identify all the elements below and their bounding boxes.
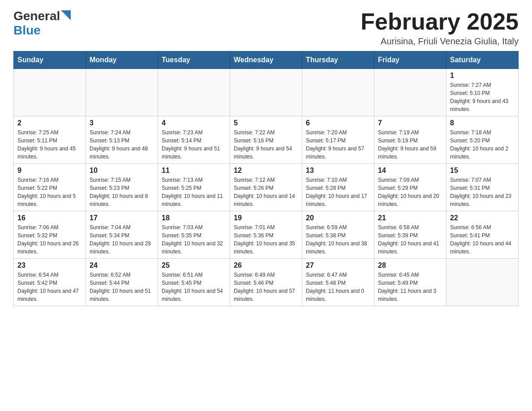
calendar-cell: 14Sunrise: 7:09 AM Sunset: 5:29 PM Dayli… bbox=[374, 164, 446, 211]
day-number: 25 bbox=[162, 261, 226, 270]
calendar-cell bbox=[230, 69, 302, 116]
calendar-cell: 2Sunrise: 7:25 AM Sunset: 5:11 PM Daylig… bbox=[14, 116, 86, 164]
logo-blue-text: Blue bbox=[13, 23, 41, 37]
day-info: Sunrise: 6:49 AM Sunset: 5:46 PM Dayligh… bbox=[234, 271, 298, 303]
day-info: Sunrise: 6:54 AM Sunset: 5:42 PM Dayligh… bbox=[17, 271, 82, 303]
logo: General Blue bbox=[13, 9, 71, 38]
header-monday: Monday bbox=[86, 51, 158, 69]
calendar-cell: 27Sunrise: 6:47 AM Sunset: 5:48 PM Dayli… bbox=[302, 259, 374, 306]
calendar-week-row: 1Sunrise: 7:27 AM Sunset: 5:10 PM Daylig… bbox=[14, 69, 519, 116]
calendar-cell: 4Sunrise: 7:23 AM Sunset: 5:14 PM Daylig… bbox=[158, 116, 230, 164]
day-number: 23 bbox=[17, 261, 82, 270]
calendar-cell: 20Sunrise: 6:59 AM Sunset: 5:38 PM Dayli… bbox=[302, 211, 374, 259]
logo-general-text: General bbox=[13, 9, 60, 23]
day-number: 19 bbox=[234, 214, 298, 222]
day-number: 7 bbox=[378, 119, 442, 127]
day-info: Sunrise: 7:18 AM Sunset: 5:20 PM Dayligh… bbox=[450, 128, 515, 161]
calendar-cell: 1Sunrise: 7:27 AM Sunset: 5:10 PM Daylig… bbox=[446, 69, 519, 116]
calendar-cell: 28Sunrise: 6:45 AM Sunset: 5:49 PM Dayli… bbox=[374, 259, 446, 306]
day-number: 5 bbox=[234, 119, 298, 127]
day-number: 9 bbox=[17, 167, 82, 175]
calendar-cell bbox=[158, 69, 230, 116]
day-info: Sunrise: 7:03 AM Sunset: 5:35 PM Dayligh… bbox=[162, 223, 226, 256]
calendar-cell: 25Sunrise: 6:51 AM Sunset: 5:45 PM Dayli… bbox=[158, 259, 230, 306]
calendar-cell: 19Sunrise: 7:01 AM Sunset: 5:36 PM Dayli… bbox=[230, 211, 302, 259]
day-number: 27 bbox=[306, 261, 370, 270]
day-number: 6 bbox=[306, 119, 370, 127]
calendar-cell: 8Sunrise: 7:18 AM Sunset: 5:20 PM Daylig… bbox=[446, 116, 519, 164]
calendar-cell: 21Sunrise: 6:58 AM Sunset: 5:39 PM Dayli… bbox=[374, 211, 446, 259]
calendar-header-row: Sunday Monday Tuesday Wednesday Thursday… bbox=[14, 51, 519, 69]
day-info: Sunrise: 7:23 AM Sunset: 5:14 PM Dayligh… bbox=[162, 128, 226, 161]
calendar-cell: 3Sunrise: 7:24 AM Sunset: 5:13 PM Daylig… bbox=[86, 116, 158, 164]
day-info: Sunrise: 7:22 AM Sunset: 5:16 PM Dayligh… bbox=[234, 128, 298, 161]
header-friday: Friday bbox=[374, 51, 446, 69]
calendar-week-row: 16Sunrise: 7:06 AM Sunset: 5:32 PM Dayli… bbox=[14, 211, 519, 259]
calendar-cell: 18Sunrise: 7:03 AM Sunset: 5:35 PM Dayli… bbox=[158, 211, 230, 259]
calendar-cell: 23Sunrise: 6:54 AM Sunset: 5:42 PM Dayli… bbox=[14, 259, 86, 306]
day-info: Sunrise: 7:25 AM Sunset: 5:11 PM Dayligh… bbox=[17, 128, 82, 161]
calendar-cell: 26Sunrise: 6:49 AM Sunset: 5:46 PM Dayli… bbox=[230, 259, 302, 306]
day-info: Sunrise: 7:19 AM Sunset: 5:19 PM Dayligh… bbox=[378, 128, 442, 161]
calendar-week-row: 9Sunrise: 7:16 AM Sunset: 5:22 PM Daylig… bbox=[14, 164, 519, 211]
calendar-cell: 9Sunrise: 7:16 AM Sunset: 5:22 PM Daylig… bbox=[14, 164, 86, 211]
day-info: Sunrise: 7:24 AM Sunset: 5:13 PM Dayligh… bbox=[90, 128, 154, 161]
day-info: Sunrise: 7:04 AM Sunset: 5:34 PM Dayligh… bbox=[90, 223, 154, 256]
day-number: 15 bbox=[450, 167, 515, 175]
header-saturday: Saturday bbox=[446, 51, 519, 69]
day-info: Sunrise: 7:09 AM Sunset: 5:29 PM Dayligh… bbox=[378, 176, 442, 208]
calendar-cell bbox=[86, 69, 158, 116]
day-number: 21 bbox=[378, 214, 442, 222]
day-info: Sunrise: 6:58 AM Sunset: 5:39 PM Dayligh… bbox=[378, 223, 442, 256]
day-number: 13 bbox=[306, 167, 370, 175]
day-number: 17 bbox=[90, 214, 154, 222]
day-info: Sunrise: 7:06 AM Sunset: 5:32 PM Dayligh… bbox=[17, 223, 82, 256]
page-header: General Blue February 2025 Aurisina, Fri… bbox=[13, 9, 519, 47]
calendar-cell: 11Sunrise: 7:13 AM Sunset: 5:25 PM Dayli… bbox=[158, 164, 230, 211]
calendar-cell: 12Sunrise: 7:12 AM Sunset: 5:26 PM Dayli… bbox=[230, 164, 302, 211]
calendar-cell: 16Sunrise: 7:06 AM Sunset: 5:32 PM Dayli… bbox=[14, 211, 86, 259]
calendar-cell: 5Sunrise: 7:22 AM Sunset: 5:16 PM Daylig… bbox=[230, 116, 302, 164]
header-tuesday: Tuesday bbox=[158, 51, 230, 69]
header-wednesday: Wednesday bbox=[230, 51, 302, 69]
calendar-cell: 17Sunrise: 7:04 AM Sunset: 5:34 PM Dayli… bbox=[86, 211, 158, 259]
day-number: 24 bbox=[90, 261, 154, 270]
day-number: 22 bbox=[450, 214, 515, 222]
day-number: 11 bbox=[162, 167, 226, 175]
page-title: February 2025 bbox=[360, 9, 519, 34]
calendar-cell: 24Sunrise: 6:52 AM Sunset: 5:44 PM Dayli… bbox=[86, 259, 158, 306]
calendar-week-row: 2Sunrise: 7:25 AM Sunset: 5:11 PM Daylig… bbox=[14, 116, 519, 164]
day-number: 20 bbox=[306, 214, 370, 222]
day-number: 16 bbox=[17, 214, 82, 222]
day-info: Sunrise: 7:12 AM Sunset: 5:26 PM Dayligh… bbox=[234, 176, 298, 208]
day-info: Sunrise: 6:51 AM Sunset: 5:45 PM Dayligh… bbox=[162, 271, 226, 303]
calendar-cell: 7Sunrise: 7:19 AM Sunset: 5:19 PM Daylig… bbox=[374, 116, 446, 164]
day-info: Sunrise: 6:47 AM Sunset: 5:48 PM Dayligh… bbox=[306, 271, 370, 303]
svg-marker-0 bbox=[61, 10, 71, 20]
day-number: 26 bbox=[234, 261, 298, 270]
calendar-table: Sunday Monday Tuesday Wednesday Thursday… bbox=[13, 51, 519, 306]
day-info: Sunrise: 7:01 AM Sunset: 5:36 PM Dayligh… bbox=[234, 223, 298, 256]
day-info: Sunrise: 6:59 AM Sunset: 5:38 PM Dayligh… bbox=[306, 223, 370, 256]
logo-triangle-icon bbox=[61, 10, 71, 20]
day-info: Sunrise: 7:07 AM Sunset: 5:31 PM Dayligh… bbox=[450, 176, 515, 208]
day-number: 14 bbox=[378, 167, 442, 175]
day-number: 18 bbox=[162, 214, 226, 222]
day-info: Sunrise: 7:27 AM Sunset: 5:10 PM Dayligh… bbox=[450, 81, 515, 113]
day-info: Sunrise: 6:45 AM Sunset: 5:49 PM Dayligh… bbox=[378, 271, 442, 303]
day-info: Sunrise: 7:16 AM Sunset: 5:22 PM Dayligh… bbox=[17, 176, 82, 208]
calendar-cell bbox=[14, 69, 86, 116]
calendar-cell: 6Sunrise: 7:20 AM Sunset: 5:17 PM Daylig… bbox=[302, 116, 374, 164]
day-number: 10 bbox=[90, 167, 154, 175]
header-sunday: Sunday bbox=[14, 51, 86, 69]
day-number: 3 bbox=[90, 119, 154, 127]
calendar-week-row: 23Sunrise: 6:54 AM Sunset: 5:42 PM Dayli… bbox=[14, 259, 519, 306]
day-info: Sunrise: 6:52 AM Sunset: 5:44 PM Dayligh… bbox=[90, 271, 154, 303]
day-info: Sunrise: 7:13 AM Sunset: 5:25 PM Dayligh… bbox=[162, 176, 226, 208]
calendar-cell: 13Sunrise: 7:10 AM Sunset: 5:28 PM Dayli… bbox=[302, 164, 374, 211]
calendar-cell bbox=[302, 69, 374, 116]
calendar-cell bbox=[446, 259, 519, 306]
day-number: 4 bbox=[162, 119, 226, 127]
day-number: 12 bbox=[234, 167, 298, 175]
day-info: Sunrise: 6:56 AM Sunset: 5:41 PM Dayligh… bbox=[450, 223, 515, 256]
